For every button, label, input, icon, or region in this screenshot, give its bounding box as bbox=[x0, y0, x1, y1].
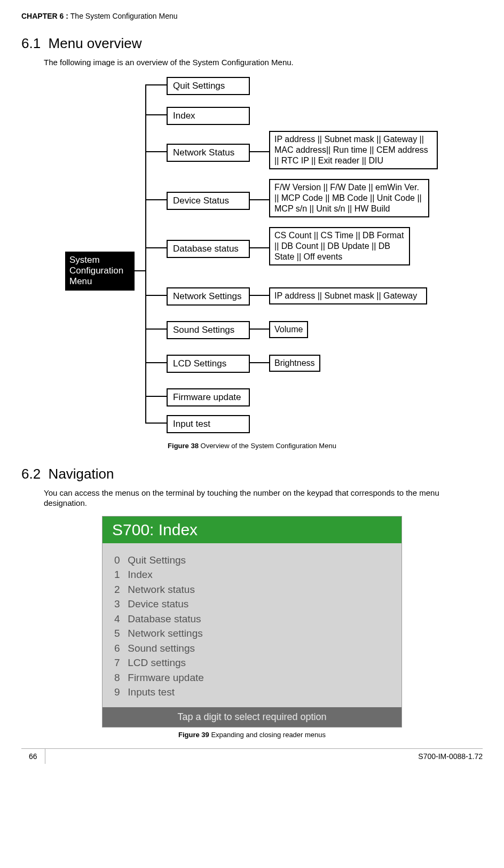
terminal-item-0: 0 Quit Settings bbox=[114, 553, 390, 568]
diagram-detail-lcd-settings: Brightness bbox=[269, 355, 320, 372]
diagram-line bbox=[145, 114, 167, 115]
diagram-root: System Configuration Menu bbox=[65, 252, 135, 291]
diagram-detail-sound-settings: Volume bbox=[269, 321, 308, 338]
diagram-line bbox=[145, 329, 167, 330]
terminal-footer: Tap a digit to select required option bbox=[103, 707, 401, 727]
terminal-item-9: 9 Inputs test bbox=[114, 685, 390, 700]
figure-38-caption: Figure 38 Overview of the System Configu… bbox=[21, 442, 483, 450]
terminal-item-8: 8 Firmware update bbox=[114, 670, 390, 685]
diagram-line bbox=[145, 423, 167, 424]
diagram-node-quit: Quit Settings bbox=[167, 77, 250, 95]
diagram-node-sound-settings: Sound Settings bbox=[167, 321, 250, 339]
diagram-line bbox=[145, 84, 146, 423]
diagram-line bbox=[250, 295, 269, 296]
page-footer: 66 S700-IM-0088-1.72 bbox=[21, 748, 483, 764]
figure-38-diagram: System Configuration Menu Quit Settings … bbox=[65, 75, 439, 439]
figure-label: Figure 39 bbox=[178, 731, 211, 739]
terminal-item-4: 4 Database status bbox=[114, 612, 390, 627]
diagram-line bbox=[145, 84, 167, 85]
section-6-1-body: The following image is an overview of th… bbox=[44, 57, 483, 68]
section-number: 6.1 bbox=[21, 35, 41, 51]
diagram-detail-database-status: CS Count || CS Time || DB Format || DB C… bbox=[269, 227, 410, 265]
figure-desc: Overview of the System Configuration Men… bbox=[201, 442, 336, 450]
page-number: 66 bbox=[21, 749, 45, 764]
section-6-2-heading: 6.2 Navigation bbox=[21, 466, 483, 482]
section-6-1-heading: 6.1 Menu overview bbox=[21, 35, 483, 52]
diagram-line bbox=[250, 199, 269, 200]
diagram-line bbox=[250, 151, 269, 152]
diagram-line bbox=[145, 247, 167, 248]
diagram-node-database-status: Database status bbox=[167, 240, 250, 258]
diagram-line bbox=[250, 247, 269, 248]
diagram-line bbox=[145, 362, 167, 363]
diagram-line bbox=[135, 270, 145, 271]
terminal-item-3: 3 Device status bbox=[114, 597, 390, 612]
diagram-detail-device-status: F/W Version || F/W Date || emWin Ver. ||… bbox=[269, 179, 429, 217]
diagram-node-index: Index bbox=[167, 107, 250, 125]
figure-39-caption: Figure 39 Expanding and closing reader m… bbox=[21, 731, 483, 739]
chapter-label: CHAPTER 6 : bbox=[21, 12, 70, 20]
terminal-item-1: 1 Index bbox=[114, 567, 390, 582]
section-6-2-body: You can access the menus on the terminal… bbox=[44, 488, 483, 509]
terminal-title: S700: Index bbox=[103, 517, 401, 543]
diagram-node-input-test: Input test bbox=[167, 415, 250, 433]
terminal-screenshot: S700: Index 0 Quit Settings 1 Index 2 Ne… bbox=[102, 516, 402, 728]
chapter-title: The System Configuration Menu bbox=[70, 12, 178, 20]
diagram-detail-network-status: IP address || Subnet mask || Gateway || … bbox=[269, 131, 438, 169]
figure-label: Figure 38 bbox=[168, 442, 200, 450]
figure-desc: Expanding and closing reader menus bbox=[211, 731, 326, 739]
diagram-node-firmware-update: Firmware update bbox=[167, 388, 250, 406]
section-title: Menu overview bbox=[49, 35, 142, 51]
diagram-node-network-status: Network Status bbox=[167, 144, 250, 162]
diagram-node-network-settings: Network Settings bbox=[167, 287, 250, 306]
terminal-item-6: 6 Sound settings bbox=[114, 641, 390, 656]
diagram-node-lcd-settings: LCD Settings bbox=[167, 355, 250, 373]
chapter-header: CHAPTER 6 : The System Configuration Men… bbox=[21, 12, 483, 20]
terminal-body: 0 Quit Settings 1 Index 2 Network status… bbox=[103, 543, 401, 707]
diagram-line bbox=[145, 151, 167, 152]
diagram-line bbox=[145, 199, 167, 200]
diagram-line bbox=[250, 329, 269, 330]
document-number: S700-IM-0088-1.72 bbox=[411, 749, 483, 764]
diagram-node-device-status: Device Status bbox=[167, 192, 250, 210]
section-title: Navigation bbox=[49, 466, 114, 482]
diagram-line bbox=[145, 396, 167, 397]
terminal-item-5: 5 Network settings bbox=[114, 626, 390, 641]
diagram-line bbox=[250, 362, 269, 363]
terminal-item-7: 7 LCD settings bbox=[114, 655, 390, 670]
section-number: 6.2 bbox=[21, 466, 41, 482]
terminal-item-2: 2 Network status bbox=[114, 582, 390, 597]
diagram-detail-network-settings: IP address || Subnet mask || Gateway bbox=[269, 287, 427, 304]
diagram-line bbox=[145, 295, 167, 296]
